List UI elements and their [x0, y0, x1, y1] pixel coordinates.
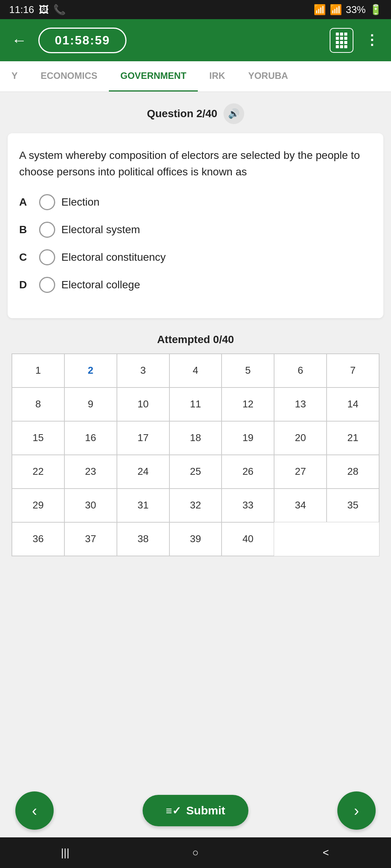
- next-icon: ›: [354, 802, 359, 819]
- option-text-b: Electoral system: [61, 224, 140, 236]
- option-text-c: Electoral constituency: [61, 251, 166, 263]
- submit-icon: ≡✓: [166, 804, 181, 817]
- radio-c[interactable]: [39, 249, 55, 265]
- sys-menu-button[interactable]: |||: [50, 841, 80, 864]
- number-cell-12[interactable]: 12: [222, 387, 274, 421]
- number-cell-13[interactable]: 13: [274, 387, 327, 421]
- number-cell-7[interactable]: 7: [327, 354, 379, 387]
- question-card: A system whereby composition of electors…: [8, 133, 383, 318]
- bottom-nav: ‹ ≡✓ Submit ›: [0, 784, 391, 837]
- status-bar: 11:16 🖼 📞 📶 📶 33% 🔋: [0, 0, 391, 19]
- option-row-b: B Electoral system: [19, 222, 372, 238]
- battery-icon: 🔋: [370, 4, 382, 16]
- number-cell-28[interactable]: 28: [327, 455, 379, 489]
- tab-y[interactable]: Y: [0, 61, 29, 92]
- next-button[interactable]: ›: [337, 791, 376, 830]
- number-cell-26[interactable]: 26: [222, 455, 274, 489]
- number-cell-24[interactable]: 24: [117, 455, 169, 489]
- number-cell-31[interactable]: 31: [117, 489, 169, 522]
- number-cell-5[interactable]: 5: [222, 354, 274, 387]
- number-cell-1[interactable]: 1: [12, 354, 64, 387]
- number-cell-11[interactable]: 11: [169, 387, 222, 421]
- option-letter-a: A: [19, 196, 33, 208]
- option-row-c: C Electoral constituency: [19, 249, 372, 265]
- number-cell-25[interactable]: 25: [169, 455, 222, 489]
- number-cell-34[interactable]: 34: [274, 489, 327, 522]
- sys-home-button[interactable]: ○: [180, 841, 211, 864]
- number-cell-32[interactable]: 32: [169, 489, 222, 522]
- number-cell-29[interactable]: 29: [12, 489, 64, 522]
- tab-economics[interactable]: ECONOMICS: [29, 61, 109, 92]
- option-text-d: Electoral college: [61, 279, 140, 291]
- back-icon: ←: [12, 32, 27, 49]
- sound-button[interactable]: 🔊: [223, 103, 244, 124]
- number-cell-23[interactable]: 23: [64, 455, 117, 489]
- signal-icon: 📶: [330, 4, 342, 16]
- number-cell-35[interactable]: 35: [327, 489, 379, 522]
- number-cell-4[interactable]: 4: [169, 354, 222, 387]
- prev-button[interactable]: ‹: [15, 791, 54, 830]
- tab-government[interactable]: GOVERNMENT: [109, 61, 198, 92]
- number-cell-40[interactable]: 40: [222, 522, 274, 556]
- number-cell-10[interactable]: 10: [117, 387, 169, 421]
- option-letter-b: B: [19, 224, 33, 236]
- option-text-a: Election: [61, 196, 100, 208]
- sound-icon: 🔊: [228, 108, 240, 119]
- number-cell-6[interactable]: 6: [274, 354, 327, 387]
- number-cell-21[interactable]: 21: [327, 421, 379, 455]
- number-cell-14[interactable]: 14: [327, 387, 379, 421]
- option-row-a: A Election: [19, 194, 372, 210]
- submit-button[interactable]: ≡✓ Submit: [143, 795, 248, 826]
- number-cell-22[interactable]: 22: [12, 455, 64, 489]
- question-text: A system whereby composition of electors…: [19, 147, 372, 180]
- option-letter-d: D: [19, 279, 33, 291]
- toolbar: ← 01:58:59 ⋮: [0, 19, 391, 61]
- timer-display: 01:58:59: [38, 28, 127, 53]
- phone-icon: 📞: [53, 4, 66, 16]
- number-cell-38[interactable]: 38: [117, 522, 169, 556]
- gallery-icon: 🖼: [39, 4, 49, 16]
- time: 11:16: [9, 4, 34, 16]
- calculator-icon: [336, 33, 347, 48]
- more-options-button[interactable]: ⋮: [361, 32, 383, 48]
- attempted-title: Attempted 0/40: [8, 333, 383, 346]
- number-cell-27[interactable]: 27: [274, 455, 327, 489]
- status-left: 11:16 🖼 📞: [9, 4, 66, 16]
- system-nav: ||| ○ <: [0, 837, 391, 868]
- back-button[interactable]: ←: [8, 29, 31, 52]
- prev-icon: ‹: [32, 802, 37, 819]
- number-cell-37[interactable]: 37: [64, 522, 117, 556]
- number-cell-19[interactable]: 19: [222, 421, 274, 455]
- radio-a[interactable]: [39, 194, 55, 210]
- battery-text: 33%: [346, 4, 366, 16]
- sys-back-icon: <: [323, 847, 329, 859]
- subject-tabs: Y ECONOMICS GOVERNMENT IRK YORUBA: [0, 61, 391, 92]
- main-content: Question 2/40 🔊 A system whereby composi…: [0, 92, 391, 652]
- radio-b[interactable]: [39, 222, 55, 238]
- number-cell-15[interactable]: 15: [12, 421, 64, 455]
- calculator-button[interactable]: [330, 28, 353, 53]
- attempted-section: Attempted 0/40 1234567891011121314151617…: [8, 326, 383, 564]
- number-cell-8[interactable]: 8: [12, 387, 64, 421]
- number-cell-9[interactable]: 9: [64, 387, 117, 421]
- number-cell-16[interactable]: 16: [64, 421, 117, 455]
- tab-irk[interactable]: IRK: [198, 61, 237, 92]
- number-cell-3[interactable]: 3: [117, 354, 169, 387]
- number-grid: 1234567891011121314151617181920212223242…: [12, 353, 380, 556]
- number-cell-30[interactable]: 30: [64, 489, 117, 522]
- sys-back-button[interactable]: <: [310, 841, 341, 864]
- number-cell-2[interactable]: 2: [64, 354, 117, 387]
- number-cell-20[interactable]: 20: [274, 421, 327, 455]
- number-cell-36[interactable]: 36: [12, 522, 64, 556]
- number-cell-39[interactable]: 39: [169, 522, 222, 556]
- number-cell-33[interactable]: 33: [222, 489, 274, 522]
- tab-yoruba[interactable]: YORUBA: [237, 61, 299, 92]
- question-header: Question 2/40 🔊: [8, 103, 383, 124]
- option-letter-c: C: [19, 251, 33, 263]
- number-cell-17[interactable]: 17: [117, 421, 169, 455]
- number-cell-18[interactable]: 18: [169, 421, 222, 455]
- option-row-d: D Electoral college: [19, 277, 372, 293]
- wifi-icon: 📶: [314, 4, 326, 16]
- radio-d[interactable]: [39, 277, 55, 293]
- question-label: Question 2/40: [147, 108, 217, 120]
